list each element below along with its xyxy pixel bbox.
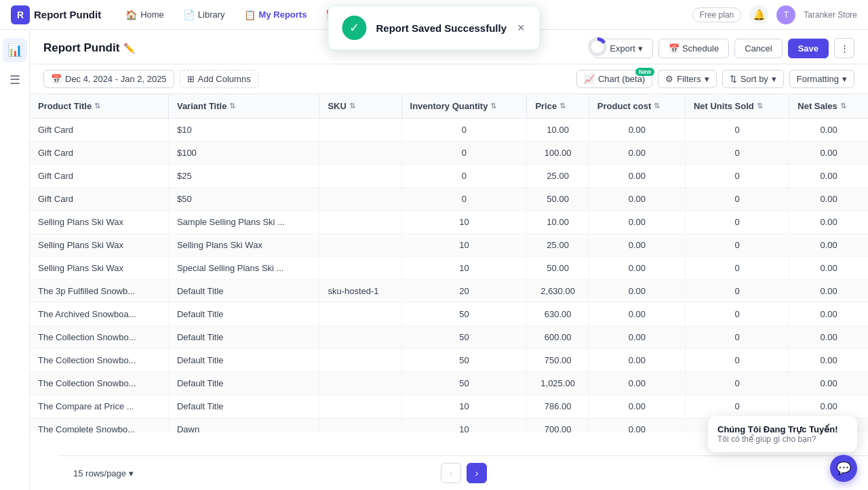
table-row: Selling Plans Ski WaxSpecial Selling Pla… — [30, 257, 868, 280]
table-cell-sku — [319, 418, 401, 433]
nav-item-my-reports[interactable]: 📋My Reports — [236, 5, 315, 24]
toast-close-button[interactable]: × — [516, 20, 526, 37]
table-cell-product-cost: 0.00 — [589, 418, 685, 433]
table-cell-price: 2,630.00 — [527, 280, 589, 303]
save-button[interactable]: Save — [788, 39, 829, 58]
sort-icon-price: ⇅ — [559, 102, 566, 110]
filters-button[interactable]: ⚙ Filters ▾ — [658, 70, 716, 88]
table-cell-product-title: Gift Card — [30, 119, 168, 142]
table-cell-price: 100.00 — [527, 142, 589, 165]
nav-item-library[interactable]: 📄Library — [175, 5, 233, 24]
table-cell-price: 10.00 — [527, 211, 589, 234]
table-cell-net-sales: 0.00 — [789, 395, 868, 418]
notifications-icon[interactable]: 🔔 — [749, 5, 768, 24]
col-header-sku[interactable]: SKU⇅ — [319, 94, 401, 119]
table-cell-sku — [319, 211, 401, 234]
table-row: Gift Card$1000100.000.0000.00 — [30, 142, 868, 165]
col-header-net-sales[interactable]: Net Sales⇅ — [789, 94, 868, 119]
edit-icon[interactable]: ✏️ — [123, 43, 135, 54]
sort-button[interactable]: ⇅ Sort by ▾ — [722, 70, 784, 88]
new-badge: New — [635, 68, 655, 76]
table-row: The 3p Fulfilled Snowb...Default Titlesk… — [30, 280, 868, 303]
table-cell-sku — [319, 188, 401, 211]
toast-text: Report Saved Successfully — [376, 22, 507, 34]
formatting-chevron-icon: ▾ — [842, 74, 847, 84]
table-cell-variant-title: Default Title — [168, 326, 319, 349]
table-cell-sku: sku-hosted-1 — [319, 280, 401, 303]
table-cell-net-units-sold: 0 — [685, 165, 789, 188]
logo-text: Report Pundit — [34, 9, 101, 20]
schedule-button[interactable]: 📅 Schedule — [658, 39, 729, 58]
table-cell-product-cost: 0.00 — [589, 349, 685, 372]
loading-spinner — [588, 37, 607, 56]
table-cell-product-title: Gift Card — [30, 165, 168, 188]
nav-item-home[interactable]: 🏠Home — [117, 5, 172, 24]
table-row: The Collection Snowbo...Default Title506… — [30, 326, 868, 349]
table-row: Gift Card$25025.000.0000.00 — [30, 165, 868, 188]
table-cell-sku — [319, 257, 401, 280]
calendar-icon: 📅 — [51, 74, 62, 84]
free-plan-badge: Free plan — [692, 7, 742, 22]
col-header-price[interactable]: Price⇅ — [527, 94, 589, 119]
table-cell-inventory-quantity: 0 — [401, 188, 527, 211]
col-header-product-cost[interactable]: Product cost⇅ — [589, 94, 685, 119]
table-cell-net-units-sold: 0 — [685, 372, 789, 395]
toolbar-right: New 📈 Chart (beta) ⚙ Filters ▾ ⇅ Sort by… — [576, 70, 854, 88]
table-cell-net-sales: 0.00 — [789, 119, 868, 142]
table-cell-price: 25.00 — [527, 165, 589, 188]
sort-icon-product-cost: ⇅ — [654, 102, 660, 110]
user-avatar[interactable]: T — [776, 5, 795, 24]
table-cell-net-units-sold: 0 — [685, 142, 789, 165]
sort-icon-net-units-sold: ⇅ — [757, 102, 763, 110]
table-cell-product-cost: 0.00 — [589, 395, 685, 418]
table-cell-product-cost: 0.00 — [589, 142, 685, 165]
add-columns-button[interactable]: ⊞ Add Columns — [180, 70, 258, 88]
filter-icon: ⚙ — [665, 74, 673, 84]
cancel-button[interactable]: Cancel — [734, 39, 782, 58]
date-range-text: Dec 4, 2024 - Jan 2, 2025 — [65, 74, 167, 84]
table-cell-inventory-quantity: 50 — [401, 326, 527, 349]
formatting-button[interactable]: Formatting ▾ — [789, 70, 854, 88]
table-cell-net-sales: 0.00 — [789, 372, 868, 395]
table-cell-variant-title: Default Title — [168, 372, 319, 395]
table-cell-variant-title: Special Selling Plans Ski ... — [168, 257, 319, 280]
table-cell-net-units-sold: 0 — [685, 119, 789, 142]
date-range-picker[interactable]: 📅 Dec 4, 2024 - Jan 2, 2025 — [43, 70, 174, 88]
sidebar-item-list[interactable]: ☰ — [3, 68, 27, 92]
logo[interactable]: R Report Pundit — [11, 5, 101, 24]
table-cell-inventory-quantity: 20 — [401, 280, 527, 303]
table-cell-sku — [319, 119, 401, 142]
prev-page-button[interactable]: ‹ — [441, 463, 461, 483]
more-options-button[interactable]: ⋮ — [834, 38, 854, 58]
table-cell-variant-title: $10 — [168, 119, 319, 142]
table-cell-price: 1,025.00 — [527, 372, 589, 395]
table-cell-sku — [319, 234, 401, 257]
table-cell-net-sales: 0.00 — [789, 303, 868, 326]
chart-button[interactable]: New 📈 Chart (beta) — [576, 70, 652, 88]
col-header-inventory-quantity[interactable]: Inventory Quantity⇅ — [401, 94, 527, 119]
table-row: Gift Card$10010.000.0000.00 — [30, 119, 868, 142]
table-cell-sku — [319, 349, 401, 372]
sidebar-item-reports[interactable]: 📊 — [3, 38, 27, 62]
table-cell-sku — [319, 303, 401, 326]
chat-button[interactable]: 💬 — [830, 455, 857, 482]
table-cell-inventory-quantity: 0 — [401, 142, 527, 165]
col-header-variant-title[interactable]: Variant Title⇅ — [168, 94, 319, 119]
export-chevron-icon: ▾ — [638, 43, 643, 54]
schedule-icon: 📅 — [669, 43, 679, 54]
table-cell-inventory-quantity: 50 — [401, 372, 527, 395]
table-row: Selling Plans Ski WaxSelling Plans Ski W… — [30, 234, 868, 257]
chat-widget-content: Chúng Tôi Đang Trực Tuyến! Tôi có thể gi… — [717, 424, 838, 444]
next-page-button[interactable]: › — [467, 463, 487, 483]
toast-title: Report Saved Successfully — [376, 22, 507, 34]
table-row: The Compare at Price ...Default Title107… — [30, 395, 868, 418]
table-cell-variant-title: Default Title — [168, 395, 319, 418]
rows-per-page[interactable]: 15 rows/page ▾ — [73, 468, 134, 478]
sort-icon-product-title: ⇅ — [94, 102, 100, 110]
table-cell-sku — [319, 326, 401, 349]
table-container[interactable]: Product Title⇅Variant Title⇅SKU⇅Inventor… — [30, 94, 868, 432]
col-header-product-title[interactable]: Product Title⇅ — [30, 94, 168, 119]
table-cell-product-cost: 0.00 — [589, 119, 685, 142]
col-header-net-units-sold[interactable]: Net Units Sold⇅ — [685, 94, 789, 119]
table-cell-inventory-quantity: 10 — [401, 395, 527, 418]
